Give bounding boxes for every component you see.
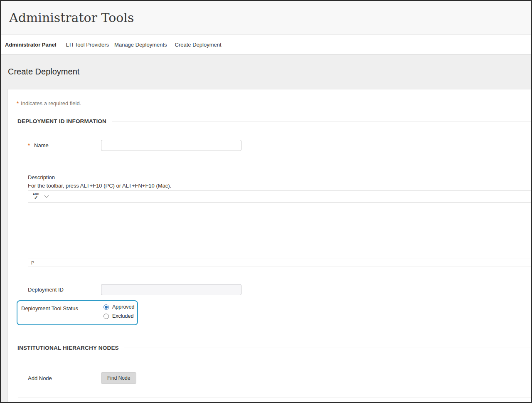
deployment-tool-status-radio-group: Approved Excluded [103,304,135,324]
panel-wrap: *Indicates a required field. DEPLOYMENT … [1,89,531,402]
editor-content-area[interactable] [28,203,531,259]
breadcrumb-item-create-deployment[interactable]: Create Deployment [175,42,222,48]
description-rich-text-editor: ABC ✓ P [28,190,531,267]
section-heading-text: DEPLOYMENT ID INFORMATION [17,118,106,124]
editor-toolbar-hint: For the toolbar, press ALT+F10 (PC) or A… [28,183,531,189]
radio-option-approved[interactable]: Approved [103,304,135,310]
editor-status-bar: P [28,259,531,267]
name-required-asterisk: * [28,142,30,148]
add-node-label-column: Add Node [28,375,101,381]
deployment-id-label: Deployment ID [28,287,64,293]
add-node-row: Add Node Find Node [28,372,531,384]
app-window: Administrator Tools Administrator Panel … [0,0,532,403]
bottom-section-divider [18,398,531,398]
editor-toolbar: ABC ✓ [28,191,531,203]
radio-option-excluded[interactable]: Excluded [103,313,135,319]
name-label-column: * Name [28,142,101,148]
page-content: Create Deployment *Indicates a required … [1,54,531,402]
spellcheck-check-icon: ✓ [34,195,38,200]
radio-approved-label: Approved [112,304,135,310]
required-note-text: Indicates a required field. [21,100,81,106]
deployment-id-input[interactable] [101,284,241,295]
radio-excluded-label: Excluded [112,313,133,319]
section-heading-text: INSTITUTIONAL HIERARCHY NODES [17,345,119,351]
section-divider-line [112,121,531,121]
deployment-id-field-row: Deployment ID [28,284,531,295]
section-heading-institutional-hierarchy-nodes: INSTITUTIONAL HIERARCHY NODES [17,345,531,351]
description-label: Description [28,174,531,180]
radio-unselected-icon[interactable] [103,314,109,319]
required-asterisk: * [17,100,19,106]
find-node-button[interactable]: Find Node [101,372,136,384]
chevron-down-icon[interactable] [44,193,49,198]
content-panel: *Indicates a required field. DEPLOYMENT … [7,89,531,402]
breadcrumb-item-lti-tool-providers[interactable]: LTI Tool Providers [66,42,109,48]
breadcrumb-item-manage-deployments[interactable]: Manage Deployments [114,42,167,48]
breadcrumb: Administrator Panel LTI Tool Providers M… [1,35,531,54]
page-title-band: Create Deployment [1,54,531,89]
deployment-id-label-column: Deployment ID [28,287,101,293]
deployment-tool-status-label: Deployment Tool Status [21,304,103,324]
name-field-row: * Name [28,140,531,151]
deployment-tool-status-group: Deployment Tool Status Approved Excluded [17,300,138,325]
add-node-label: Add Node [28,375,52,381]
editor-element-path: P [31,260,34,265]
spellcheck-button[interactable]: ABC ✓ [33,193,39,200]
radio-selected-icon[interactable] [103,304,109,310]
section-divider-line [124,348,531,348]
page-title: Create Deployment [8,67,79,77]
name-input[interactable] [101,140,241,151]
breadcrumb-item-administrator-panel[interactable]: Administrator Panel [5,42,57,48]
required-field-note: *Indicates a required field. [17,100,531,106]
section-heading-deployment-id-information: DEPLOYMENT ID INFORMATION [17,118,531,124]
app-header: Administrator Tools [1,1,531,35]
app-title: Administrator Tools [9,10,134,25]
name-label: Name [34,142,49,148]
